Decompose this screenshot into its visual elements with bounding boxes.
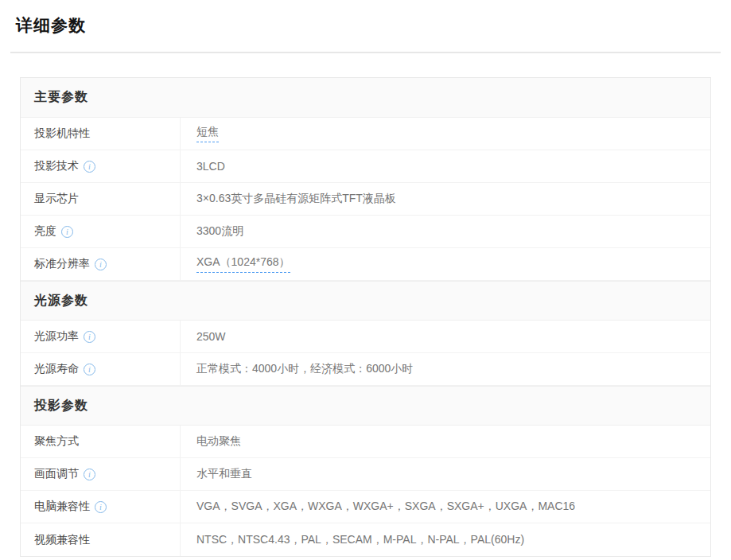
row-label: 投影技术 xyxy=(34,159,79,173)
row-label: 视频兼容性 xyxy=(34,533,90,547)
info-icon[interactable]: i xyxy=(95,259,107,270)
row-value: 水平和垂直 xyxy=(196,467,252,481)
value-cell: 3×0.63英寸多晶硅有源矩阵式TFT液晶板 xyxy=(180,183,710,215)
section-header-light-source: 光源参数 xyxy=(21,281,710,321)
value-cell: XGA（1024*768） xyxy=(180,248,710,280)
value-cell: 水平和垂直 xyxy=(180,458,710,490)
row-label: 亮度 xyxy=(34,224,56,239)
info-icon[interactable]: i xyxy=(84,469,95,480)
info-icon[interactable]: i xyxy=(84,331,95,343)
row-value: VGA，SVGA，XGA，WXGA，WXGA+，SXGA，SXGA+，UXGA，… xyxy=(196,500,575,514)
value-cell: 电动聚焦 xyxy=(180,426,710,457)
row-value: NTSC，NTSC4.43，PAL，SECAM，M-PAL，N-PAL，PAL(… xyxy=(196,533,524,547)
section-main-params: 主要参数 投影机特性 短焦 投影技术 i 3LCD 显示芯片 3×0.63 xyxy=(21,78,710,281)
table-row-light-power: 光源功率 i 250W xyxy=(21,321,710,353)
row-label: 光源功率 xyxy=(34,329,79,344)
info-icon[interactable]: i xyxy=(61,226,73,238)
table-row-resolution: 标准分辨率 i XGA（1024*768） xyxy=(21,248,710,281)
info-icon[interactable]: i xyxy=(84,161,95,173)
value-cell: 短焦 xyxy=(180,118,710,150)
table-row-focus-mode: 聚焦方式 电动聚焦 xyxy=(21,426,710,458)
label-cell: 画面调节 i xyxy=(21,458,180,490)
info-icon[interactable]: i xyxy=(84,364,95,375)
page-title: 详细参数 xyxy=(16,14,731,37)
label-cell: 视频兼容性 xyxy=(21,523,180,556)
value-cell: 正常模式：4000小时，经济模式：6000小时 xyxy=(180,353,710,385)
row-label: 光源寿命 xyxy=(34,362,79,376)
label-cell: 显示芯片 xyxy=(21,183,180,215)
info-icon[interactable]: i xyxy=(95,501,107,513)
row-label: 聚焦方式 xyxy=(34,434,79,449)
row-label: 画面调节 xyxy=(34,467,79,481)
row-label: 投影机特性 xyxy=(34,126,90,141)
row-value: 3LCD xyxy=(196,160,225,173)
label-cell: 亮度 i xyxy=(21,216,180,247)
section-light-source-params: 光源参数 光源功率 i 250W 光源寿命 i 正常模式：4000小时，经济模式… xyxy=(21,281,710,386)
label-cell: 投影技术 i xyxy=(21,150,180,182)
table-row-brightness: 亮度 i 3300流明 xyxy=(21,216,710,248)
section-header-projection: 投影参数 xyxy=(21,386,710,426)
label-cell: 聚焦方式 xyxy=(21,426,180,457)
table-row-image-adjust: 画面调节 i 水平和垂直 xyxy=(21,458,710,491)
row-value: 正常模式：4000小时，经济模式：6000小时 xyxy=(196,362,413,376)
value-cell: VGA，SVGA，XGA，WXGA，WXGA+，SXGA，SXGA+，UXGA，… xyxy=(180,491,710,523)
value-cell: NTSC，NTSC4.43，PAL，SECAM，M-PAL，N-PAL，PAL(… xyxy=(180,523,710,556)
table-row-light-life: 光源寿命 i 正常模式：4000小时，经济模式：6000小时 xyxy=(21,353,710,386)
spec-table: 主要参数 投影机特性 短焦 投影技术 i 3LCD 显示芯片 3×0.63 xyxy=(20,77,711,557)
table-row-projection-tech: 投影技术 i 3LCD xyxy=(21,150,710,183)
table-row-display-chip: 显示芯片 3×0.63英寸多晶硅有源矩阵式TFT液晶板 xyxy=(21,183,710,216)
table-row-video-compatibility: 视频兼容性 NTSC，NTSC4.43，PAL，SECAM，M-PAL，N-PA… xyxy=(21,523,710,556)
title-divider xyxy=(10,52,721,53)
row-value: 250W xyxy=(196,330,226,343)
section-title: 主要参数 xyxy=(34,89,88,106)
value-cell: 3LCD xyxy=(180,150,710,182)
label-cell: 电脑兼容性 i xyxy=(21,491,180,523)
row-label: 显示芯片 xyxy=(34,192,79,206)
row-value-link[interactable]: XGA（1024*768） xyxy=(196,255,290,273)
row-label: 电脑兼容性 xyxy=(34,500,90,514)
table-row-projector-feature: 投影机特性 短焦 xyxy=(21,118,710,150)
label-cell: 投影机特性 xyxy=(21,118,180,150)
label-cell: 光源寿命 i xyxy=(21,353,180,385)
row-value: 3300流明 xyxy=(196,224,243,239)
table-row-pc-compatibility: 电脑兼容性 i VGA，SVGA，XGA，WXGA，WXGA+，SXGA，SXG… xyxy=(21,491,710,523)
row-value: 3×0.63英寸多晶硅有源矩阵式TFT液晶板 xyxy=(196,192,396,206)
value-cell: 250W xyxy=(180,321,710,352)
section-title: 投影参数 xyxy=(34,398,88,414)
row-value-link[interactable]: 短焦 xyxy=(196,125,219,142)
value-cell: 3300流明 xyxy=(180,216,710,247)
label-cell: 标准分辨率 i xyxy=(21,248,180,280)
section-projection-params: 投影参数 聚焦方式 电动聚焦 画面调节 i 水平和垂直 电脑兼容性 i xyxy=(21,386,710,556)
section-header-main: 主要参数 xyxy=(21,78,710,118)
row-label: 标准分辨率 xyxy=(34,257,90,271)
row-value: 电动聚焦 xyxy=(196,434,241,449)
label-cell: 光源功率 i xyxy=(21,321,180,352)
section-title: 光源参数 xyxy=(34,293,88,309)
